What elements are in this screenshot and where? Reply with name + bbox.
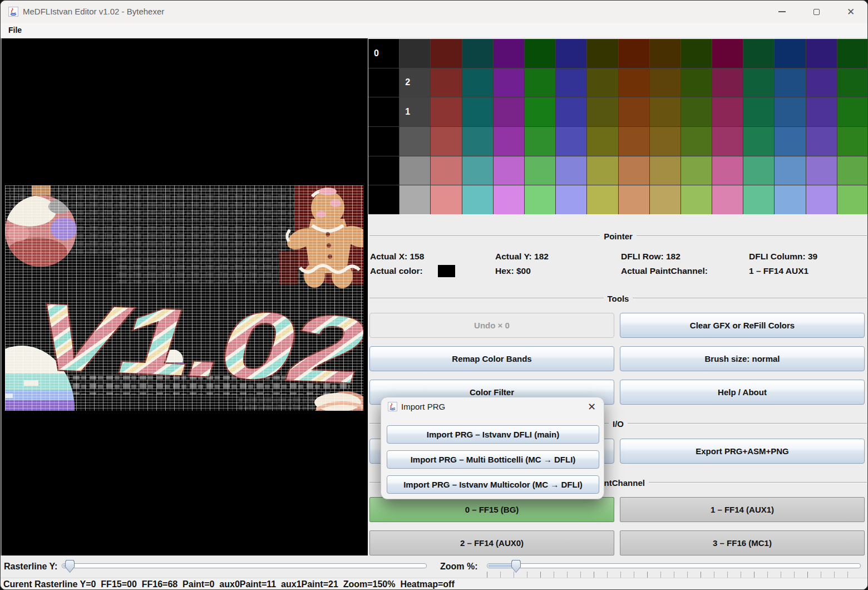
palette-cell[interactable] [650,97,680,126]
palette-cell[interactable] [462,127,493,156]
palette-cell[interactable] [712,127,743,156]
palette-cell[interactable] [431,97,461,126]
import-multi-botticelli-button[interactable]: Import PRG – Multi Botticelli (MC → DFLI… [387,450,599,469]
palette-cell[interactable] [587,68,618,97]
palette-cell[interactable] [587,97,618,126]
palette-cell[interactable] [743,127,774,156]
minimize-button[interactable] [769,1,795,23]
palette-cell[interactable] [806,156,837,185]
palette-cell[interactable]: 2 [400,68,430,97]
palette-cell[interactable] [775,185,805,214]
palette-cell[interactable] [806,39,837,68]
palette-cell[interactable] [400,127,430,156]
palette-cell[interactable] [525,185,555,214]
palette-cell[interactable] [837,39,868,68]
palette-cell[interactable] [712,39,743,68]
palette-cell[interactable] [712,156,743,185]
zoom-slider[interactable] [487,563,861,568]
palette-cell[interactable] [462,97,493,126]
palette-cell[interactable] [431,39,461,68]
palette-cell[interactable] [525,68,555,97]
dialog-close-button[interactable]: ✕ [588,401,596,413]
palette-cell[interactable] [619,68,649,97]
help-about-button[interactable]: Help / About [620,380,865,405]
menu-file[interactable]: File [8,23,22,38]
palette-cell[interactable] [431,127,461,156]
palette-cell[interactable] [743,156,774,185]
palette-cell[interactable] [743,39,774,68]
palette-cell[interactable] [587,127,618,156]
palette-cell[interactable] [712,97,743,126]
palette-cell[interactable] [806,185,837,214]
palette-cell[interactable] [743,97,774,126]
palette-cell[interactable] [400,156,430,185]
palette-cell[interactable] [494,185,524,214]
palette-cell[interactable] [837,68,868,97]
palette-cell[interactable] [650,127,680,156]
palette-cell[interactable] [681,39,712,68]
palette-cell[interactable] [619,39,649,68]
palette-cell[interactable] [368,127,399,156]
palette-cell[interactable] [743,68,774,97]
palette-cell[interactable] [650,68,680,97]
palette-cell[interactable] [462,39,493,68]
palette-cell[interactable] [556,156,586,185]
palette-cell[interactable] [525,127,555,156]
palette-cell[interactable] [462,68,493,97]
palette-cell[interactable] [400,185,430,214]
palette-cell[interactable] [431,185,461,214]
maximize-button[interactable] [803,1,829,23]
palette-cell[interactable] [775,97,805,126]
palette-cell[interactable] [368,185,399,214]
palette-cell[interactable] [806,68,837,97]
palette-cell[interactable] [494,97,524,126]
palette-cell[interactable] [743,185,774,214]
palette-cell[interactable] [712,68,743,97]
palette-cell[interactable] [556,68,586,97]
palette-cell[interactable] [650,185,680,214]
remap-color-bands-button[interactable]: Remap Color Bands [369,346,614,371]
palette-cell[interactable] [587,39,618,68]
zoom-slider-thumb[interactable] [511,560,521,573]
palette-cell[interactable] [681,97,712,126]
paintchannel-3-button[interactable]: 3 – FF16 (MC1) [620,530,865,555]
palette-cell[interactable] [619,185,649,214]
palette-cell[interactable] [681,127,712,156]
palette-cell[interactable]: 0 [368,39,399,68]
palette-cell[interactable] [368,68,399,97]
palette-cell[interactable] [525,39,555,68]
rasterline-slider-thumb[interactable] [65,560,75,573]
palette-cell[interactable] [431,68,461,97]
clear-gfx-button[interactable]: Clear GFX or ReFill Colors [620,313,865,338]
palette-cell[interactable] [494,156,524,185]
palette-cell[interactable] [431,156,461,185]
palette-cell[interactable] [681,68,712,97]
import-istvanv-multicolor-button[interactable]: Import PRG – Istvanv Multicolor (MC → DF… [387,475,599,494]
close-button[interactable]: ✕ [838,1,864,23]
palette-cell[interactable] [837,97,868,126]
palette-cell[interactable] [775,127,805,156]
palette-cell[interactable] [806,127,837,156]
paintchannel-2-button[interactable]: 2 – FF14 (AUX0) [369,530,614,555]
palette-cell[interactable] [400,39,430,68]
palette-cell[interactable] [681,156,712,185]
palette-cell[interactable] [494,39,524,68]
palette-cell[interactable] [837,156,868,185]
palette-cell[interactable] [712,185,743,214]
palette-cell[interactable] [775,39,805,68]
palette-cell[interactable] [619,156,649,185]
palette-cell[interactable] [650,39,680,68]
brush-size-button[interactable]: Brush size: normal [620,346,865,371]
canvas-surface[interactable]: V1.02 [1,38,368,555]
paintchannel-0-button[interactable]: 0 – FF15 (BG) [369,497,614,522]
rasterline-slider[interactable] [62,563,427,568]
palette-cell[interactable] [806,97,837,126]
palette-cell[interactable] [837,185,868,214]
palette-cell[interactable] [587,185,618,214]
palette-cell[interactable] [587,156,618,185]
palette-cell[interactable] [837,127,868,156]
palette-cell[interactable] [775,156,805,185]
palette-cell[interactable] [556,97,586,126]
import-istvanv-dfli-button[interactable]: Import PRG – Istvanv DFLI (main) [387,425,599,444]
palette-cell[interactable] [556,185,586,214]
